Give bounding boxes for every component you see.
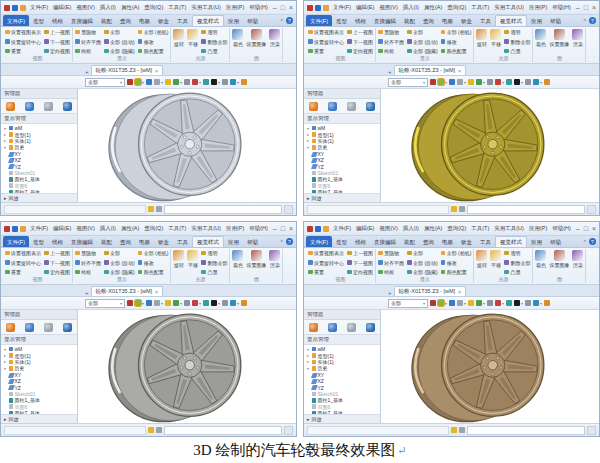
menu-item[interactable]: 查询(Q) [144,225,163,232]
ribbon-command[interactable]: 凸显 [504,269,530,275]
quick-access-icon[interactable] [315,5,321,11]
ribbon-command[interactable]: 全部 (隐藏) [407,48,438,54]
visual-manager-icon[interactable] [366,323,375,332]
ribbon-command[interactable]: 颜色配置 [138,48,169,54]
ribbon-command[interactable]: 重置 [308,48,344,54]
minimize-icon[interactable]: – [273,4,277,11]
ribbon-command[interactable]: 线框 [75,48,101,54]
ribbon-tab[interactable]: 查询 [116,15,135,26]
ribbon-big-button[interactable]: 平移 [187,250,198,268]
visual-manager-icon[interactable] [63,323,72,332]
document-tab[interactable]: 轮毂-X01T35.Z3 - [wM] × [91,286,164,296]
ribbon-command[interactable]: 显隐物 [75,29,101,35]
status-input-field[interactable] [467,205,585,214]
collapse-ribbon-icon[interactable]: ^ [280,239,283,245]
menu-item[interactable]: 工具(T) [471,225,489,232]
status-input-field[interactable] [467,426,585,435]
ribbon-tab[interactable]: 文件(F) [306,15,332,26]
maximize-icon[interactable]: □ [584,4,588,11]
ribbon-big-button[interactable]: 着色 [232,250,243,268]
menu-item[interactable]: 帮助(H) [552,225,571,232]
ribbon-tab[interactable]: 电极 [135,236,154,247]
view-manager-icon[interactable] [44,102,53,111]
ribbon-tab[interactable]: 装配 [400,236,419,247]
menu-item[interactable]: 视图(V) [379,225,397,232]
ribbon-command[interactable]: 全部 (自动) [407,260,438,266]
ribbon-tab[interactable]: 帮助 [546,236,565,247]
ribbon-command[interactable]: 上一视图 [347,250,373,256]
close-tab-icon[interactable]: × [458,289,461,295]
menu-item[interactable]: 视图(V) [379,4,397,11]
ribbon-tab[interactable]: 造型 [332,15,351,26]
ribbon-tab[interactable]: 应用 [224,15,243,26]
ribbon-command[interactable]: 设置视图表示 [308,29,344,35]
menu-item[interactable]: 应用(P) [226,225,244,232]
ribbon-command[interactable]: 定向视图 [347,48,373,54]
resize-grip[interactable] [284,205,293,214]
ribbon-tab[interactable]: 直接编辑 [370,236,400,247]
ribbon-big-button[interactable]: 旋转 [476,250,487,268]
ribbon-command[interactable]: 线框 [378,269,404,275]
close-tab-icon[interactable]: × [155,68,158,74]
ribbon-command[interactable]: 定向视图 [44,269,70,275]
ribbon-tab[interactable]: 线框 [48,15,67,26]
status-input-field[interactable] [164,426,282,435]
ribbon-big-button[interactable]: 设置图像 [246,29,266,47]
ribbon-tab[interactable]: 装配 [400,15,419,26]
ribbon-tab[interactable]: 查询 [419,236,438,247]
close-icon[interactable]: × [289,4,293,11]
ribbon-command[interactable]: 颜色配置 [441,269,472,275]
ribbon-tab[interactable]: 造型 [29,15,48,26]
ribbon-command[interactable]: 全部 [104,29,135,35]
status-icon[interactable] [156,206,162,212]
assembly-manager-icon[interactable] [328,323,337,332]
ribbon-tab[interactable]: 查询 [116,236,135,247]
tree-footer[interactable]: ▸ 回放 [304,193,380,202]
menu-item[interactable]: 查询(Q) [447,225,466,232]
status-input-field[interactable] [164,205,282,214]
resize-grip[interactable] [587,205,596,214]
app-logo-icon[interactable] [307,226,313,232]
collapse-ribbon-icon[interactable]: ^ [280,18,283,24]
ribbon-command[interactable]: 删除全部 [201,39,227,45]
menu-item[interactable]: 实用工具(U) [494,4,524,11]
maximize-icon[interactable]: □ [281,225,285,232]
menu-item[interactable]: 实用工具(U) [494,225,524,232]
menu-item[interactable]: 视图(V) [76,4,94,11]
document-tab[interactable]: 轮毂-X01T35.Z3 - [wM] × [394,65,467,75]
menu-item[interactable]: 属性(A) [121,4,139,11]
ribbon-command[interactable]: 重置 [308,269,344,275]
menu-item[interactable]: 属性(A) [121,225,139,232]
ribbon-tab[interactable]: 直接编辑 [67,236,97,247]
ribbon-tab[interactable]: 工具 [173,236,192,247]
viewport-3d[interactable] [381,89,599,202]
new-tab-icon[interactable]: + [85,290,89,296]
menu-item[interactable]: 查询(Q) [447,4,466,11]
ribbon-big-button[interactable]: 渲染 [269,250,280,268]
menu-item[interactable]: 工具(T) [471,4,489,11]
ribbon-command[interactable]: 设置旋转中心 [308,260,344,266]
ribbon-tab[interactable]: 钣金 [154,15,173,26]
ribbon-tab[interactable]: 文件(F) [306,236,332,247]
menu-item[interactable]: 属性(A) [424,225,442,232]
ribbon-command[interactable]: 凸显 [201,269,227,275]
visual-manager-icon[interactable] [366,102,375,111]
ribbon-command[interactable]: 全部 (隐藏) [104,269,135,275]
ribbon-command[interactable]: 全部 [407,29,438,35]
ribbon-big-button[interactable]: 着色 [232,29,243,47]
ribbon-command[interactable]: 下一视图 [44,260,70,266]
view-manager-icon[interactable] [347,323,356,332]
app-logo-icon[interactable] [4,5,10,11]
ribbon-command[interactable]: 透明 [201,250,227,256]
ribbon-tab[interactable]: 帮助 [243,236,262,247]
ribbon-command[interactable]: 对齐平面 [75,260,101,266]
quick-access-icon[interactable] [315,226,321,232]
ribbon-command[interactable]: 全部 (自动) [407,39,438,45]
menu-item[interactable]: 文件(F) [30,4,48,11]
ribbon-big-button[interactable]: 旋转 [476,29,487,47]
ribbon-command[interactable]: 对齐平面 [378,39,404,45]
menu-item[interactable]: 查询(Q) [144,4,163,11]
status-icon[interactable] [459,206,465,212]
ribbon-command[interactable]: 设置旋转中心 [308,39,344,45]
help-icon[interactable]: ? [589,238,596,245]
